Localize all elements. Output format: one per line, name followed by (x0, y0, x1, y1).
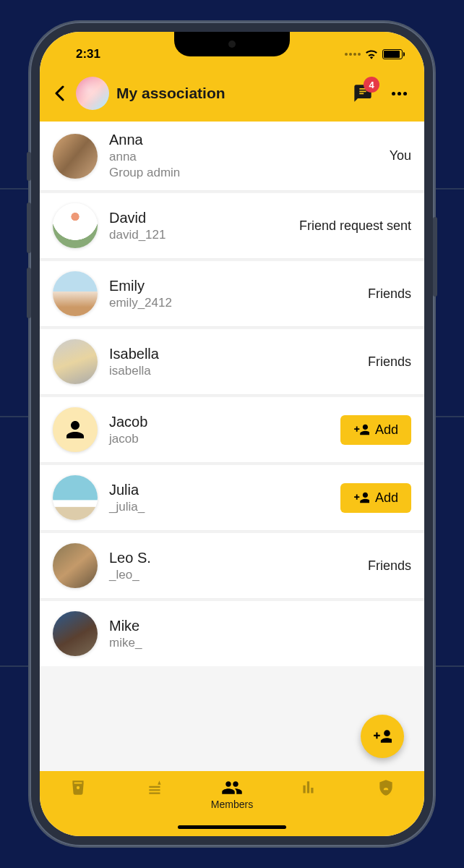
page-title: My association (116, 85, 343, 102)
member-row[interactable]: Emily emily_2412 Friends (40, 261, 424, 327)
member-avatar[interactable] (53, 611, 98, 656)
nav-tab-drinks[interactable] (53, 778, 103, 797)
group-avatar[interactable] (76, 77, 109, 110)
member-username: anna (109, 150, 378, 164)
food-icon (146, 778, 165, 797)
member-name: Emily (109, 278, 356, 294)
member-name: Jacob (109, 414, 329, 430)
member-row[interactable]: Anna anna Group admin You (40, 122, 424, 191)
add-friend-button[interactable]: Add (340, 483, 411, 513)
member-name: Mike (109, 618, 411, 634)
phone-screen: 2:31 My association 4 (40, 32, 424, 836)
add-button-label: Add (375, 490, 398, 506)
member-row[interactable]: Leo S. _leo_ Friends (40, 533, 424, 599)
member-name: Isabella (109, 346, 356, 362)
member-row[interactable]: Julia _julia_ Add (40, 465, 424, 531)
nav-tab-privacy[interactable] (361, 778, 411, 797)
bar-chart-icon (299, 778, 318, 797)
member-status: Friends (368, 286, 411, 302)
person-add-icon (373, 728, 392, 744)
member-role: Group admin (109, 166, 378, 180)
notch (174, 32, 290, 56)
member-status: You (390, 148, 411, 163)
member-avatar[interactable] (53, 203, 98, 248)
chat-button[interactable]: 4 (351, 81, 375, 106)
nav-tab-stats[interactable] (283, 778, 334, 797)
nav-tab-members[interactable]: Members (207, 778, 257, 810)
member-row[interactable]: Mike mike_ (40, 601, 424, 666)
member-username: emily_2412 (109, 296, 356, 310)
person-add-icon (353, 491, 369, 504)
member-avatar-placeholder[interactable] (53, 407, 98, 452)
member-name: Anna (109, 132, 378, 148)
member-username: _leo_ (109, 568, 356, 582)
battery-icon (382, 49, 403, 59)
member-status: Friends (368, 354, 411, 370)
chat-badge: 4 (364, 77, 379, 93)
member-username: jacob (109, 432, 329, 446)
member-avatar[interactable] (53, 271, 98, 316)
cellular-icon (345, 53, 361, 56)
member-row[interactable]: David david_121 Friend request sent (40, 193, 424, 259)
member-row[interactable]: Isabella isabella Friends (40, 329, 424, 395)
back-button[interactable] (50, 84, 69, 103)
member-status: Friends (368, 558, 411, 574)
home-indicator[interactable] (178, 825, 286, 829)
person-add-icon (353, 423, 369, 436)
member-list: Anna anna Group admin You David david_12… (40, 122, 424, 666)
member-username: david_121 (109, 228, 288, 242)
member-avatar[interactable] (53, 475, 98, 520)
status-time: 2:31 (76, 47, 100, 61)
glass-icon (69, 778, 87, 797)
phone-frame: 2:31 My association 4 (30, 22, 434, 846)
status-icons (345, 49, 403, 59)
wifi-icon (365, 49, 378, 59)
app-header: My association 4 (40, 68, 424, 120)
member-username: _julia_ (109, 500, 329, 514)
nav-label: Members (211, 799, 253, 810)
member-name: Leo S. (109, 550, 356, 566)
member-name: Julia (109, 482, 329, 498)
people-icon (221, 778, 243, 797)
member-avatar[interactable] (53, 339, 98, 384)
member-avatar[interactable] (53, 134, 98, 179)
add-member-fab[interactable] (361, 715, 404, 758)
member-username: mike_ (109, 636, 411, 650)
chevron-left-icon (54, 85, 64, 101)
member-username: isabella (109, 364, 356, 378)
member-status: Friend request sent (299, 218, 411, 234)
person-icon (62, 417, 88, 443)
add-button-label: Add (375, 422, 398, 438)
member-row[interactable]: Jacob jacob Add (40, 397, 424, 463)
member-avatar[interactable] (53, 543, 98, 588)
shield-icon (377, 778, 395, 797)
member-name: David (109, 210, 288, 226)
add-friend-button[interactable]: Add (340, 415, 411, 445)
more-button[interactable] (388, 92, 410, 95)
nav-tab-orders[interactable] (130, 778, 181, 797)
